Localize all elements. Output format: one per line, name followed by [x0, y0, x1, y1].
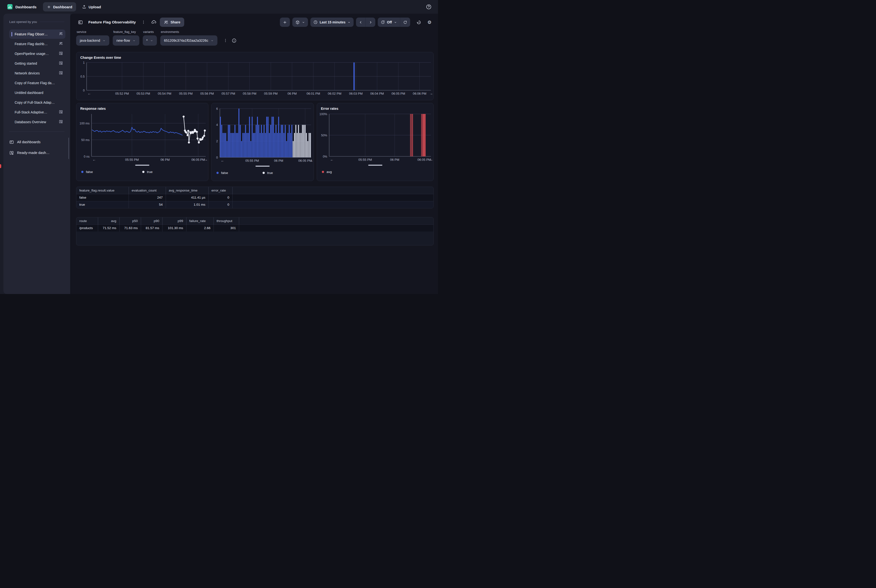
sidebar-footer: All dashboardsReady-made dash… — [3, 136, 70, 158]
filter-bar: servicejava-backendfeature_flag_keynew-f… — [76, 30, 434, 46]
legend-label: false — [221, 171, 228, 175]
column-header[interactable]: p99 — [162, 218, 186, 225]
column-header[interactable]: failure_rate — [186, 218, 213, 225]
sidebar-scrollbar[interactable] — [68, 138, 69, 159]
column-header[interactable]: feature_flag.result.value — [76, 187, 129, 194]
svg-text:06:06 PM: 06:06 PM — [413, 92, 426, 95]
filter-variants: variants* — [143, 30, 157, 46]
column-header[interactable]: evaluation_count — [129, 187, 166, 194]
filter-dropdown[interactable]: 651209c374a1f02aa2a3226c — [160, 35, 218, 46]
kebab-menu-icon[interactable] — [223, 38, 228, 43]
svg-text:05:52 PM: 05:52 PM — [115, 92, 129, 95]
time-forward-button[interactable] — [366, 18, 375, 27]
response-rates-chart[interactable]: 0 ns50 ms100 ms05:55 PM06 PM06:05 PM←→ — [76, 112, 208, 163]
column-header[interactable]: p90 — [141, 218, 162, 225]
column-header[interactable]: p50 — [119, 218, 141, 225]
auto-refresh-button[interactable]: Off — [378, 18, 400, 27]
datasets-button[interactable] — [292, 18, 308, 27]
legend-item-avg[interactable]: avg — [322, 170, 375, 174]
chevron-down-icon — [211, 39, 214, 42]
data-table: routeavgp50p90p99failure_ratethroughput/… — [76, 218, 434, 231]
table-cell: false — [76, 194, 129, 201]
time-range-button[interactable]: Last 15 minutes — [310, 18, 354, 27]
dashboard-header: Feature Flag Observability Share — [76, 18, 434, 27]
chart-scrollbar[interactable] — [368, 165, 382, 166]
filter-label: variants — [143, 30, 157, 34]
chevron-down-icon — [102, 39, 106, 42]
column-header[interactable]: throughput — [213, 218, 239, 225]
sidebar-item-all-dashboards[interactable]: All dashboards — [3, 136, 70, 147]
people-icon — [164, 20, 168, 25]
legend-label: false — [86, 170, 93, 174]
brand[interactable]: Dashboards — [8, 4, 37, 9]
sidebar-item[interactable]: Network devices — [9, 69, 65, 78]
help-icon[interactable] — [426, 4, 432, 10]
share-label: Share — [171, 20, 180, 24]
svg-text:05:55 PM: 05:55 PM — [358, 158, 372, 162]
legend-label: true — [267, 171, 273, 175]
gear-icon[interactable]: ⚙ — [425, 18, 434, 27]
column-header[interactable]: route — [76, 218, 98, 225]
sidebar-item[interactable]: Feature Flag Obser… — [9, 30, 65, 39]
sidebar-item[interactable]: Copy of Full-Stack Adap… — [9, 98, 65, 107]
svg-text:6: 6 — [216, 107, 218, 111]
filter-environments: environments651209c374a1f02aa2a3226c — [160, 30, 218, 46]
legend-item-false[interactable]: false — [216, 171, 262, 175]
sidebar-item-label: Feature Flag dashb… — [15, 42, 48, 46]
sidebar-item[interactable]: Feature Flag dashb… — [9, 39, 65, 48]
legend-item-true[interactable]: true — [142, 170, 203, 174]
brand-logo-icon — [8, 4, 13, 9]
legend-item-false[interactable]: false — [81, 170, 142, 174]
chart-legend: falsetrue — [212, 171, 314, 175]
svg-text:4: 4 — [216, 123, 218, 127]
layout-icon — [59, 110, 63, 115]
table-row: /products71.52 ms71.63 ms81.57 ms101.30 … — [76, 225, 434, 231]
filter-feature_flag_key: feature_flag_keynew-flow — [113, 30, 139, 46]
sidebar-item[interactable]: Getting started — [9, 59, 65, 68]
legend-item-true[interactable]: true — [262, 171, 309, 175]
table-cell: 0 — [208, 201, 232, 208]
legend-label: true — [147, 170, 153, 174]
dashboard-controls: Last 15 minutes Off — [280, 18, 434, 27]
cloud-sync-icon[interactable] — [150, 18, 158, 27]
sidebar-item-ready-made-dash-[interactable]: Ready-made dash… — [3, 147, 70, 158]
collapse-sidebar-button[interactable] — [76, 18, 84, 27]
share-button[interactable]: Share — [160, 18, 184, 27]
sidebar-item-label: Getting started — [15, 62, 37, 65]
new-dashboard-button[interactable]: Dashboard — [43, 2, 76, 12]
filter-value: java-backend — [80, 39, 100, 42]
sidebar-item[interactable]: Databases Overview — [9, 117, 65, 127]
filter-dropdown[interactable]: new-flow — [113, 35, 139, 46]
history-icon[interactable] — [415, 18, 423, 27]
column-header[interactable]: avg — [98, 218, 119, 225]
sidebar-item[interactable]: Copy of Feature Flag da… — [9, 78, 65, 88]
kebab-menu-icon[interactable] — [140, 18, 148, 27]
evaluation-counts-chart[interactable]: 024605:55 PM06 PM06:05 PM←→ — [212, 106, 314, 164]
chart-scrollbar[interactable] — [255, 166, 270, 166]
sidebar-item[interactable]: OpenPipeline usage… — [9, 49, 65, 58]
change-events-chart[interactable]: 00.5105:52 PM05:53 PM05:54 PM05:55 PM05:… — [76, 60, 434, 97]
error-rates-chart[interactable]: 0%50%100%05:55 PM06 PM06:05 PM←→ — [317, 112, 434, 163]
layout-icon — [59, 71, 63, 76]
svg-text:100%: 100% — [320, 112, 327, 116]
sidebar-item[interactable]: Untitled dashboard — [9, 88, 65, 98]
chart-scrollbar[interactable] — [135, 165, 149, 166]
legend-dot-icon — [216, 172, 219, 174]
sidebar-item[interactable]: Full-Stack Adaptive… — [9, 108, 65, 117]
svg-text:06:04 PM: 06:04 PM — [370, 92, 384, 95]
filter-dropdown[interactable]: java-backend — [76, 35, 110, 46]
time-back-button[interactable] — [356, 18, 366, 27]
filter-label: environments — [161, 30, 218, 34]
svg-text:1: 1 — [83, 61, 85, 64]
upload-button[interactable]: Upload — [78, 2, 105, 12]
chevron-down-icon — [132, 39, 136, 42]
add-panel-button[interactable] — [280, 18, 290, 27]
svg-text:05:58 PM: 05:58 PM — [243, 92, 256, 95]
page-title: Feature Flag Observability — [88, 20, 136, 24]
sidebar-item-label: Network devices — [15, 71, 40, 75]
column-header[interactable]: avg_response_time — [166, 187, 208, 194]
refresh-button[interactable] — [400, 18, 410, 27]
info-icon[interactable] — [232, 38, 237, 43]
filter-dropdown[interactable]: * — [143, 35, 157, 46]
column-header[interactable]: error_rate — [208, 187, 232, 194]
